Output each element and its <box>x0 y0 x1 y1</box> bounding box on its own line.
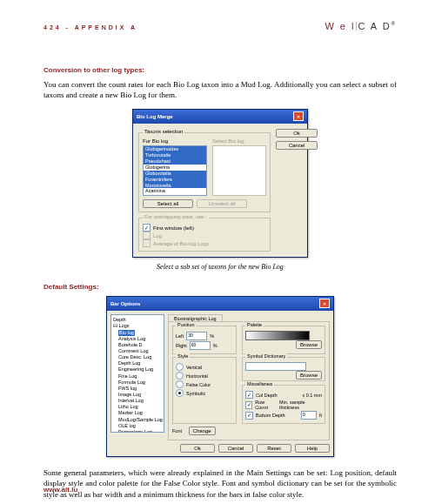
checkbox <box>143 232 151 239</box>
tree-item: Image Log <box>113 392 162 398</box>
label: Left <box>176 333 184 339</box>
checkbox-label: Average of Bio-log Logs <box>153 241 209 246</box>
target-taxon-list[interactable] <box>212 145 266 196</box>
font-label: Font <box>172 428 182 433</box>
bar-options-dialog: Bar Options × Depth ⊟ Logs Bio log Analy… <box>106 296 334 457</box>
header-left: 424 - APPENDIX A <box>44 24 137 30</box>
tree-item: ⊟ Logs <box>113 323 162 329</box>
tree-item: Formula Log <box>113 380 162 386</box>
checkbox[interactable]: ✓ <box>245 391 253 399</box>
tree-item: Comment Log <box>113 348 162 354</box>
symbol-dict-group: Symbol Dictionary Browse <box>242 357 325 381</box>
tree-item: Borehole D. <box>113 342 162 348</box>
cancel-button[interactable]: Cancel <box>218 444 253 453</box>
tree-item: Analysis Log <box>113 336 162 342</box>
radio[interactable] <box>176 372 184 380</box>
tab-biostrat[interactable]: Biostratigraphic Log <box>168 314 223 321</box>
select-all-button[interactable]: Select all <box>143 199 193 208</box>
figure1-caption: Select a sub set of taxons for the new B… <box>44 263 397 271</box>
browse-palette-button[interactable]: Browse <box>296 340 322 349</box>
min-thickness-input[interactable]: 0 <box>301 411 317 420</box>
checkbox <box>143 239 151 247</box>
group-label: Taxons selection <box>143 129 184 134</box>
misc-group: Miscellanea ✓Col Depthx 0.1 mm ✓Row Coun… <box>242 385 325 424</box>
radio[interactable] <box>176 363 184 371</box>
tree-item: Engineering Log <box>113 366 162 373</box>
style-group: Style Vertical Horizontal False Color Sy… <box>172 357 237 424</box>
taxons-selection-group: Taxons selection For Bio log Globigerino… <box>138 132 271 212</box>
tree-item: FWS log <box>113 386 162 392</box>
reset-button[interactable]: Reset <box>257 444 291 453</box>
tree-item: Depth <box>113 317 162 323</box>
radio[interactable] <box>176 380 184 388</box>
palette-preview <box>245 331 310 340</box>
label: Right <box>176 343 187 348</box>
cancel-button[interactable]: Cancel <box>276 141 318 150</box>
brand-logo: W e lC A D® <box>325 21 397 31</box>
group-label: Miscellanea <box>245 381 274 386</box>
tree-item: Litho Log <box>113 404 162 410</box>
source-taxon-list[interactable]: Globigerinoides Turborotalia Pseudohast … <box>143 145 207 196</box>
radio[interactable] <box>176 389 184 397</box>
tree-item: MudLog/Sample Log <box>113 417 162 423</box>
position-group: Position Left 30 % Right 60 % <box>172 326 237 354</box>
checkbox-label: First window (left) <box>153 225 194 231</box>
checkbox[interactable]: ✓ <box>245 412 253 420</box>
from-label: For Bio log <box>143 138 207 144</box>
section2-body: Some general parameters, which were alre… <box>44 467 397 499</box>
symbol-dict-input[interactable] <box>245 362 306 371</box>
settings-tree[interactable]: Depth ⊟ Logs Bio log Analysis Log Boreho… <box>110 314 164 433</box>
ok-button[interactable]: Ok <box>180 444 215 453</box>
overlap-group: For overlapping area, use : ✓First windo… <box>138 218 271 252</box>
help-button[interactable]: Help <box>295 444 330 453</box>
tree-item: OLE log <box>113 423 162 429</box>
close-icon[interactable]: × <box>319 299 330 308</box>
tree-item: Interval Log <box>113 398 162 404</box>
change-font-button[interactable]: Change <box>189 427 216 435</box>
browse-symbol-button[interactable]: Browse <box>296 371 322 380</box>
left-input[interactable]: 30 <box>186 332 207 340</box>
section1-body: You can convert the count rates for each… <box>44 79 397 100</box>
group-label: For overlapping area, use : <box>143 214 209 219</box>
checkbox-label: Log <box>153 233 162 239</box>
tree-item: Marker Log <box>113 410 162 416</box>
dialog1-titlebar[interactable]: Bio Log Merge × <box>133 110 307 124</box>
group-label: Style <box>176 353 190 359</box>
close-icon[interactable]: × <box>293 111 304 121</box>
to-label: Select Bio log <box>212 138 266 144</box>
palette-group: Palette Browse <box>242 326 325 354</box>
page-header: 424 - APPENDIX A W e lC A D® <box>44 21 397 31</box>
section1-title: Conversion to other log types: <box>44 66 397 74</box>
unselect-all-button[interactable]: Unselect all <box>197 199 247 208</box>
tree-item: Depth Log <box>113 360 162 366</box>
tree-item: Fine Log <box>113 373 162 380</box>
bio-log-merge-dialog: Bio Log Merge × Taxons selection For Bio… <box>132 109 308 258</box>
checkbox[interactable]: ✓ <box>143 224 151 232</box>
group-label: Position <box>176 322 197 327</box>
footer-url: www.alt.lu <box>44 486 77 494</box>
checkbox[interactable]: ✓ <box>245 401 252 409</box>
section2-title: Default Settings: <box>44 283 397 291</box>
group-label: Palette <box>245 322 264 327</box>
right-input[interactable]: 60 <box>190 341 211 350</box>
group-label: Symbol Dictionary <box>245 353 287 359</box>
dialog2-title: Bar Options <box>110 301 140 306</box>
tree-item: Percentage Log <box>113 429 162 433</box>
tree-item: Core Desc. Log <box>113 354 162 360</box>
ok-button[interactable]: Ok <box>276 129 318 138</box>
tree-item: Bio log <box>113 330 162 336</box>
dialog1-title: Bio Log Merge <box>137 114 173 119</box>
dialog2-titlebar[interactable]: Bar Options × <box>107 297 333 311</box>
